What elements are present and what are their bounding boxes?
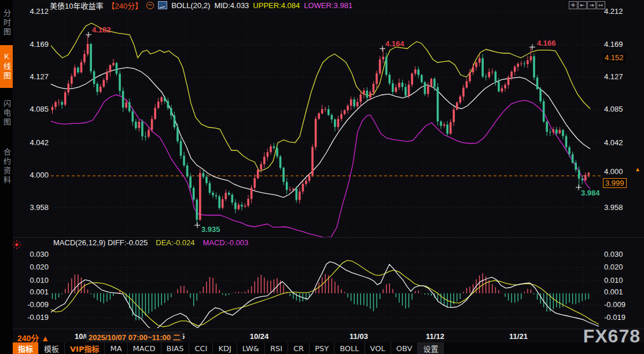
chart-tool-buttons: ✛⇤⇥↦ — [569, 1, 605, 9]
app-window: 分时图K线图闪电图合约资料 4.1824.1644.1663.9353.984 … — [0, 0, 644, 354]
period-tag: 【240分】 — [107, 0, 142, 11]
grid-lines — [51, 10, 602, 327]
toolbar-item-3[interactable]: VIP指标 — [65, 342, 105, 354]
price-annotation: 3.984 — [581, 189, 600, 197]
boll-mid-line — [51, 68, 590, 198]
toolbar-item-2[interactable]: 模板 — [39, 342, 65, 354]
boll-upper-value: UPPER:4.084 — [253, 1, 300, 10]
time-axis-label: 10/24 — [250, 332, 269, 341]
axis-expand-icon[interactable]: ↦ — [597, 1, 605, 9]
price-axis-label-left: 4.085 — [14, 105, 49, 113]
dea-line — [51, 260, 599, 327]
toolbar-item-4[interactable]: MA — [105, 342, 127, 354]
macd-axis-label-left: 0.001 — [14, 287, 49, 296]
dif-line — [51, 261, 599, 330]
marked-price-badge: 4.152 — [603, 53, 625, 62]
toolbar-item-7[interactable]: CCI — [189, 342, 213, 354]
toolbar-item-6[interactable]: BIAS — [161, 342, 190, 354]
indicator-toolbar: 指标模板VIP指标MAMACDBIASCCIKDJLW&RSICRPSYBOLL… — [13, 342, 644, 354]
pan-icon[interactable]: ✛ — [569, 1, 577, 9]
indicator-marker-icon[interactable] — [12, 239, 22, 250]
time-axis-label: 11/03 — [349, 332, 368, 341]
left-sidebar: 分时图K线图闪电图合约资料 — [0, 0, 13, 354]
boll-lower-value: LOWER:3.981 — [304, 1, 352, 10]
macd-axis-label-left: -0.009 — [14, 300, 49, 309]
period-selector[interactable]: 240分 ▲ — [17, 332, 49, 344]
price-axis-label-right: 4.127 — [604, 72, 623, 81]
toolbar-item-14[interactable]: VOL — [365, 342, 391, 354]
macd-hist-value: MACD:-0.003 — [203, 238, 248, 247]
toolbar-item-12[interactable]: PSY — [310, 342, 334, 354]
price-annotation: 4.182 — [92, 25, 111, 34]
macd-axis-label-right: 0.020 — [604, 263, 623, 271]
macd-axis-label-right: -0.009 — [604, 300, 625, 309]
boll-mid-value: MID:4.033 — [214, 1, 249, 10]
brand-watermark: FX678 — [583, 326, 641, 347]
toolbar-item-1[interactable]: 指标 — [13, 342, 39, 354]
axis-compress-right-icon[interactable]: ⇥ — [587, 1, 596, 9]
price-axis-label-left: 4.169 — [14, 40, 49, 49]
mini-chart-icon[interactable] — [158, 1, 167, 9]
candlesticks — [51, 35, 590, 225]
toolbar-item-10[interactable]: RSI — [265, 342, 288, 354]
macd-header: MACD(26,12,9) DIFF:-0.025 DEA:-0.024 MAC… — [53, 238, 248, 247]
sidebar-tab-4[interactable]: 合约资料 — [0, 139, 13, 194]
toolbar-item-9[interactable]: LW& — [237, 342, 265, 354]
axis-compress-left-icon[interactable]: ⇤ — [578, 1, 587, 9]
toolbar-item-15[interactable]: OBV — [391, 342, 418, 354]
price-axis-label-left: 4.127 — [14, 72, 49, 81]
macd-dea-value: DEA:-0.024 — [156, 238, 194, 247]
toolbar-item-13[interactable]: BOLL — [334, 342, 365, 354]
macd-axis-label-right: 0.010 — [604, 276, 623, 285]
boll-label: BOLL(20,2) — [171, 1, 210, 10]
toolbar-item-11[interactable]: CR — [288, 342, 310, 354]
sidebar-tab-1[interactable]: 分时图 — [0, 2, 13, 44]
toolbar-item-5[interactable]: MACD — [128, 342, 161, 354]
sidebar-tab-2[interactable]: K线图 — [0, 45, 13, 88]
time-axis: 240分 ▲ 10/0510/2411/0311/1211/21 2025/10… — [13, 329, 644, 342]
macd-diff-value: MACD(26,12,9) DIFF:-0.025 — [53, 238, 148, 247]
time-axis-label: 11/12 — [426, 332, 444, 341]
time-axis-label: 11/21 — [509, 332, 528, 341]
macd-axis-label-left: 0.010 — [14, 276, 49, 285]
toolbar-item-8[interactable]: KDJ — [213, 342, 237, 354]
macd-axis-label-left: -0.019 — [14, 313, 49, 322]
price-axis-label-right: 4.085 — [604, 105, 623, 113]
price-up-arrow-icon: ▲ — [635, 166, 641, 172]
chart-header: 美债10年收益率 【240分】 BOLL(20,2) MID:4.033 UPP… — [50, 1, 352, 10]
price-annotation: 4.166 — [537, 39, 556, 47]
panel-divider — [13, 237, 644, 238]
macd-axis-label-left: 0.020 — [14, 263, 49, 271]
sidebar-tab-3[interactable]: 闪电图 — [0, 93, 13, 134]
macd-axis-label-left: 0.030 — [14, 250, 49, 259]
price-annotation: 3.935 — [201, 225, 220, 234]
current-price-badge: 3.999 — [603, 178, 627, 188]
bollinger-bands — [51, 23, 590, 238]
price-axis-label-right: 4.169 — [604, 40, 623, 49]
collapse-indicator-icon[interactable] — [146, 2, 154, 9]
price-axis-label-right: 4.212 — [604, 7, 623, 16]
macd-panel — [51, 260, 599, 331]
price-axis-label-right: 3.958 — [604, 203, 623, 212]
boll-upper-line — [51, 23, 590, 171]
macd-axis-label-right: 0.001 — [604, 287, 623, 296]
price-annotation: 4.164 — [385, 39, 404, 48]
toolbar-item-16[interactable]: 设置 — [418, 342, 444, 354]
instrument-title: 美债10年收益率 — [50, 0, 103, 11]
price-axis-label-left: 3.958 — [14, 203, 49, 212]
macd-axis-label-right: -0.019 — [604, 313, 625, 322]
crosshair-date-tooltip: 2025/10/07 07:00~11:00 二 — [86, 331, 183, 343]
chart-canvas[interactable]: 4.1824.1644.1663.9353.984 — [0, 0, 644, 354]
price-axis-label-right: 4.042 — [604, 138, 623, 147]
price-axis-label-left: 4.212 — [14, 7, 49, 16]
macd-axis-label-right: 0.030 — [604, 250, 623, 259]
price-axis-label-left: 4.000 — [14, 171, 49, 179]
price-axis-label-right: 4.000 — [604, 167, 623, 176]
price-axis-label-left: 4.042 — [14, 138, 49, 147]
